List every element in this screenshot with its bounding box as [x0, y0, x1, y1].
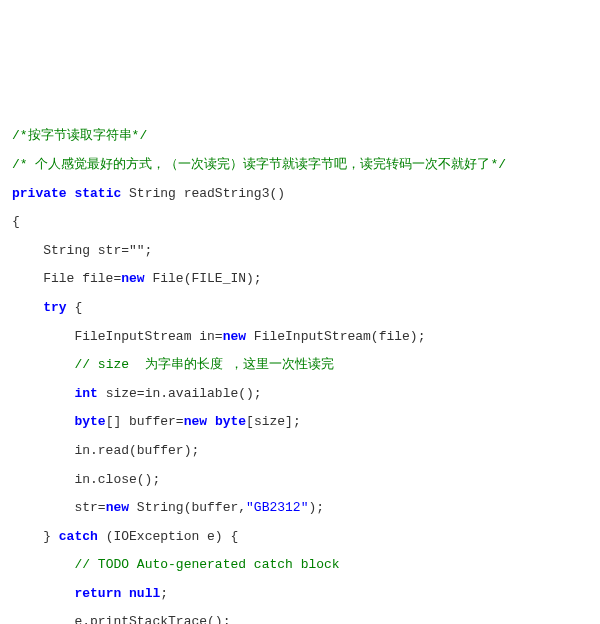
code-line: e.printStackTrace(); — [12, 608, 588, 624]
code-line: int size=in.available(); — [12, 380, 588, 409]
code-text: { — [67, 300, 83, 315]
code-line: // TODO Auto-generated catch block — [12, 551, 588, 580]
code-text — [12, 586, 74, 601]
code-comment: /* 个人感觉最好的方式，（一次读完）读字节就读字节吧，读完转码一次不就好了*/ — [12, 157, 506, 172]
code-text: File(FILE_IN); — [145, 271, 262, 286]
code-text — [121, 586, 129, 601]
code-text: in.close(); — [12, 472, 160, 487]
code-string: "GB2312" — [246, 500, 308, 515]
code-text: ); — [308, 500, 324, 515]
code-line: /*按字节读取字符串*/ — [12, 122, 588, 151]
code-text: (IOException e) { — [98, 529, 238, 544]
code-text: size=in.available(); — [98, 386, 262, 401]
code-text: [] buffer= — [106, 414, 184, 429]
code-text — [12, 557, 74, 572]
code-keyword: catch — [59, 529, 98, 544]
code-line: private static String readString3() — [12, 180, 588, 209]
code-line: File file=new File(FILE_IN); — [12, 265, 588, 294]
code-text: FileInputStream in= — [12, 329, 223, 344]
code-keyword: new — [121, 271, 144, 286]
code-text — [207, 414, 215, 429]
code-text: ; — [160, 586, 168, 601]
code-line: { — [12, 208, 588, 237]
code-line: /* 个人感觉最好的方式，（一次读完）读字节就读字节吧，读完转码一次不就好了*/ — [12, 151, 588, 180]
code-text — [12, 386, 74, 401]
code-line: return null; — [12, 580, 588, 609]
code-keyword: private — [12, 186, 67, 201]
code-comment: // size 为字串的长度 ，这里一次性读完 — [74, 357, 334, 372]
code-text: String(buffer, — [129, 500, 246, 515]
code-line: str=new String(buffer,"GB2312"); — [12, 494, 588, 523]
code-keyword: byte — [215, 414, 246, 429]
code-text — [12, 300, 43, 315]
code-text: } — [12, 529, 59, 544]
code-line: try { — [12, 294, 588, 323]
code-line: } catch (IOException e) { — [12, 523, 588, 552]
code-line: FileInputStream in=new FileInputStream(f… — [12, 323, 588, 352]
code-keyword: int — [74, 386, 97, 401]
code-text: str= — [12, 500, 106, 515]
code-text: String str=""; — [12, 243, 152, 258]
code-text: in.read(buffer); — [12, 443, 199, 458]
code-keyword: new — [184, 414, 207, 429]
code-text: String readString3() — [121, 186, 285, 201]
code-text: { — [12, 214, 20, 229]
code-line: String str=""; — [12, 237, 588, 266]
code-comment: /*按字节读取字符串*/ — [12, 128, 147, 143]
code-text: File file= — [12, 271, 121, 286]
code-line: // size 为字串的长度 ，这里一次性读完 — [12, 351, 588, 380]
code-block: /*按字节读取字符串*//* 个人感觉最好的方式，（一次读完）读字节就读字节吧，… — [12, 122, 588, 624]
code-keyword: return — [74, 586, 121, 601]
code-line: in.close(); — [12, 466, 588, 495]
code-line: in.read(buffer); — [12, 437, 588, 466]
code-comment: // TODO Auto-generated catch block — [74, 557, 339, 572]
code-text — [12, 357, 74, 372]
code-keyword: new — [223, 329, 246, 344]
code-text: FileInputStream(file); — [246, 329, 425, 344]
code-keyword: new — [106, 500, 129, 515]
code-text: e.printStackTrace(); — [12, 614, 230, 624]
code-keyword: static — [74, 186, 121, 201]
code-keyword: byte — [74, 414, 105, 429]
code-text: [size]; — [246, 414, 301, 429]
code-line: byte[] buffer=new byte[size]; — [12, 408, 588, 437]
code-text — [12, 414, 74, 429]
code-keyword: null — [129, 586, 160, 601]
code-keyword: try — [43, 300, 66, 315]
